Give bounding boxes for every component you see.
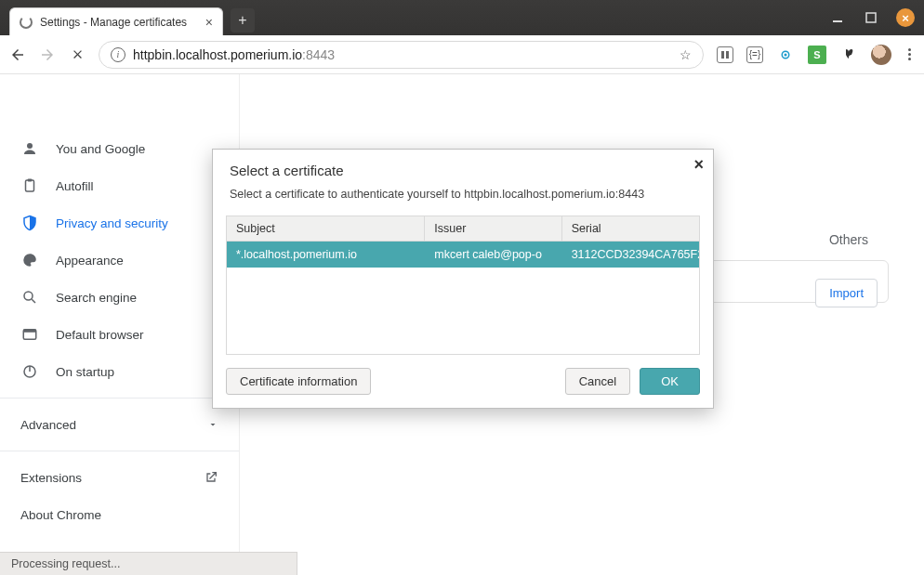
sidebar-item-you-and-google[interactable]: You and Google (0, 130, 239, 167)
svg-point-5 (785, 53, 787, 56)
svg-rect-8 (28, 179, 33, 182)
cell-serial: 3112CCD32394CA765F2 (562, 242, 699, 268)
column-header-subject[interactable]: Subject (227, 216, 425, 241)
dialog-close-button[interactable]: × (693, 155, 704, 175)
svg-rect-1 (866, 13, 876, 22)
cell-subject: *.localhost.pomerium.io (227, 242, 425, 268)
svg-rect-3 (726, 51, 729, 59)
address-bar[interactable]: i httpbin.localhost.pomerium.io:8443 ☆ (99, 41, 704, 69)
sidebar-item-privacy[interactable]: Privacy and security (0, 204, 239, 242)
external-link-icon (204, 470, 218, 485)
sidebar-advanced[interactable]: Advanced (0, 406, 239, 443)
chevron-down-icon (207, 419, 218, 430)
bookmark-star-icon[interactable]: ☆ (680, 47, 692, 62)
sidebar-item-label: Default browser (56, 328, 144, 342)
sidebar-item-label: About Chrome (20, 508, 101, 522)
extension-icon[interactable]: S (808, 46, 826, 64)
extension-icon[interactable] (839, 46, 858, 64)
sidebar-item-label: Appearance (56, 254, 124, 268)
titlebar: Settings - Manage certificates × + × (0, 0, 924, 35)
column-header-serial[interactable]: Serial (562, 216, 699, 241)
dialog-subtitle: Select a certificate to authenticate you… (230, 188, 696, 201)
cancel-button[interactable]: Cancel (565, 368, 630, 395)
table-header: Subject Issuer Serial (227, 216, 699, 242)
sidebar-item-appearance[interactable]: Appearance (0, 242, 239, 279)
browser-toolbar: i httpbin.localhost.pomerium.io:8443 ☆ {… (0, 35, 924, 74)
sidebar-item-autofill[interactable]: Autofill (0, 167, 239, 204)
certificate-table: Subject Issuer Serial *.localhost.pomeri… (226, 216, 700, 355)
stop-button[interactable] (69, 46, 86, 63)
site-info-icon[interactable]: i (111, 47, 125, 62)
sidebar-item-label: Extensions (20, 471, 82, 485)
sidebar-item-search[interactable]: Search engine (0, 279, 239, 316)
import-button[interactable]: Import (815, 279, 878, 307)
sidebar-item-label: Search engine (56, 291, 137, 305)
status-bar: Processing request... (0, 552, 297, 575)
browser-menu-button[interactable] (904, 45, 915, 64)
forward-button[interactable] (39, 46, 56, 63)
power-icon (20, 362, 39, 381)
person-icon (20, 139, 39, 158)
svg-rect-0 (833, 20, 842, 22)
back-button[interactable] (9, 46, 26, 63)
dialog-title: Select a certificate (230, 163, 696, 178)
svg-point-6 (27, 143, 33, 149)
sidebar-item-label: Autofill (56, 179, 94, 193)
sidebar-about[interactable]: About Chrome (0, 496, 239, 533)
palette-icon (20, 251, 39, 269)
tab-close-icon[interactable]: × (205, 15, 213, 30)
browser-icon (20, 325, 39, 344)
svg-rect-7 (26, 180, 34, 191)
new-tab-button[interactable]: + (231, 8, 255, 33)
url-text: httpbin.localhost.pomerium.io:8443 (133, 47, 672, 62)
browser-tab[interactable]: Settings - Manage certificates × (9, 7, 223, 35)
search-icon (20, 288, 39, 307)
cell-issuer: mkcert caleb@pop-o (425, 242, 561, 268)
shield-icon (20, 214, 39, 232)
sidebar-item-label: On startup (56, 365, 114, 379)
profile-avatar[interactable] (871, 45, 891, 65)
svg-rect-2 (721, 51, 724, 59)
window-close-button[interactable]: × (896, 8, 915, 27)
extension-icon[interactable] (717, 46, 733, 63)
select-certificate-dialog: Select a certificate Select a certificat… (212, 149, 714, 409)
loading-spinner-icon (20, 16, 33, 29)
table-row[interactable]: *.localhost.pomerium.io mkcert caleb@pop… (227, 242, 699, 268)
clipboard-icon (20, 176, 39, 195)
sidebar-item-label: You and Google (56, 142, 145, 156)
sidebar-item-startup[interactable]: On startup (0, 353, 239, 390)
sidebar-extensions[interactable]: Extensions (0, 459, 239, 496)
svg-rect-11 (23, 330, 36, 333)
column-header-issuer[interactable]: Issuer (425, 216, 561, 241)
sidebar-item-default-browser[interactable]: Default browser (0, 316, 239, 353)
extension-icon[interactable] (776, 46, 795, 64)
svg-point-9 (24, 292, 33, 300)
tab-title: Settings - Manage certificates (40, 16, 187, 29)
window-maximize-button[interactable] (863, 9, 879, 26)
cert-category-others[interactable]: Others (829, 232, 868, 247)
extension-icon[interactable]: {=} (746, 46, 763, 63)
window-minimize-button[interactable] (829, 9, 846, 26)
ok-button[interactable]: OK (640, 368, 700, 395)
sidebar-item-label: Privacy and security (56, 216, 168, 230)
certificate-information-button[interactable]: Certificate information (226, 368, 371, 395)
settings-sidebar: You and Google Autofill Privacy and secu… (0, 74, 240, 575)
sidebar-item-label: Advanced (20, 418, 76, 432)
